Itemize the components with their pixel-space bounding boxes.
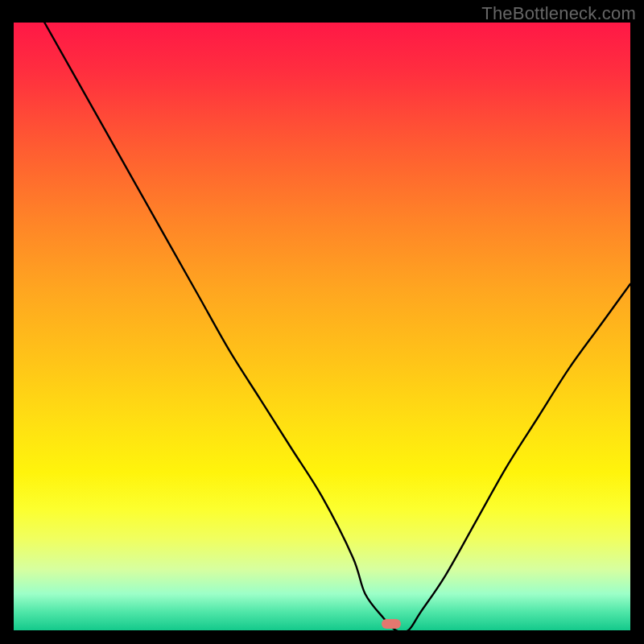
bottleneck-curve [14, 23, 630, 630]
curve-path [14, 23, 630, 630]
chart-frame: TheBottleneck.com [0, 0, 644, 644]
watermark-text: TheBottleneck.com [481, 3, 636, 24]
plot-area [14, 23, 630, 630]
optimal-marker [382, 619, 401, 629]
